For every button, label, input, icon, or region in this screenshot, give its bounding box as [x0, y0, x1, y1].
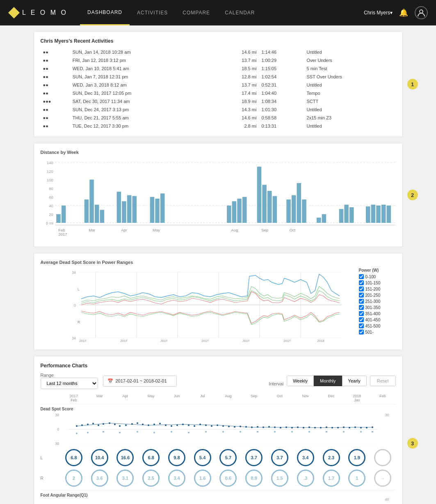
circle-R-item: 3.6: [91, 470, 108, 487]
timeline-month: Oct: [267, 394, 293, 402]
activity-row[interactable]: ●● SUN, Dec 31, 2017 12:05 pm 17.4 mi 1:…: [41, 89, 396, 97]
circle-badge: 1.9: [348, 449, 365, 466]
circle-badge: --: [374, 470, 391, 487]
logo[interactable]: L E O M O: [8, 7, 68, 18]
nav-right: Chris Myers▾ 🔔: [364, 6, 428, 19]
activity-date: SUN, Jan 7, 2018 12:31 pm: [70, 73, 215, 81]
section-badge-2: 2: [407, 190, 418, 200]
activity-row[interactable]: ●● WED, Jan 3, 2018 8:12 am 13.7 mi 0:52…: [41, 81, 396, 89]
activity-row[interactable]: ●● SUN, Jan 7, 2018 12:31 pm 12.8 mi 1:0…: [41, 73, 396, 81]
timeline-month: Dec: [318, 394, 344, 402]
activity-date: SUN, Jan 14, 2018 10:28 am: [70, 48, 215, 56]
recent-activities-card: Chris Myers's Recent Activities ●● SUN, …: [34, 31, 403, 137]
legend-item[interactable]: 401-450: [359, 317, 396, 322]
circle-badge: 9.8: [168, 449, 185, 466]
legend-item[interactable]: 501-: [359, 330, 396, 334]
activity-name: Untitled: [304, 122, 396, 130]
activity-row[interactable]: ●●● SAT, Dec 30, 2017 11:34 am 18.9 mi 1…: [41, 97, 396, 105]
svg-text:80: 80: [49, 186, 53, 191]
legend-item[interactable]: 201-250: [359, 293, 396, 298]
svg-point-157: [360, 431, 362, 433]
svg-point-91: [98, 424, 99, 426]
svg-point-146: [171, 431, 172, 433]
legend-item[interactable]: 151-200: [359, 286, 396, 291]
circle-badge: 6.8: [65, 449, 82, 466]
circle-R-item: 1: [348, 470, 365, 487]
interval-monthly[interactable]: Monthly: [314, 376, 342, 386]
legend-item[interactable]: 251-300: [359, 299, 396, 304]
activity-row[interactable]: ●● WED, Jan 10, 2018 5:41 am 18.5 mi 1:1…: [41, 64, 396, 73]
timeline-month: Sep: [241, 394, 267, 402]
activity-row[interactable]: ●● THU, Dec 21, 2017 5:55 am 14.6 mi 0:5…: [41, 114, 396, 122]
activity-time: 1:08:34: [259, 97, 304, 105]
user-menu[interactable]: Chris Myers▾: [364, 10, 393, 16]
activity-row[interactable]: ●● SUN, Dec 24, 2017 3:13 pm 14.3 mi 1:0…: [41, 105, 396, 114]
circle-badge: 6.8: [142, 449, 160, 466]
svg-point-102: [159, 423, 161, 424]
R-label: R: [41, 476, 61, 481]
activity-table: ●● SUN, Jan 14, 2018 10:28 am 14.6 mi 1:…: [41, 48, 396, 130]
legend-item[interactable]: 0-100: [359, 274, 396, 279]
nav-calendar[interactable]: CALENDAR: [217, 0, 262, 25]
circles-L-row: L 6.810.416.66.89.85.45.73.73.73.42.31.9: [41, 449, 396, 466]
svg-rect-13: [61, 206, 66, 223]
svg-point-94: [114, 424, 116, 425]
avatar[interactable]: [415, 6, 428, 19]
activity-name: 2x15 min Z3: [304, 114, 396, 122]
legend-item[interactable]: 301-350: [359, 305, 396, 310]
svg-rect-45: [381, 205, 386, 223]
reset-button[interactable]: Reset: [370, 376, 396, 386]
svg-point-96: [125, 424, 127, 426]
svg-rect-16: [94, 205, 99, 223]
bell-icon[interactable]: 🔔: [399, 8, 408, 17]
svg-rect-30: [262, 185, 267, 223]
activity-distance: 13.7 mi: [215, 56, 259, 64]
circles-L: 6.810.416.66.89.85.45.73.73.73.42.31.9: [61, 449, 396, 466]
svg-point-150: [240, 431, 241, 433]
svg-rect-12: [56, 214, 61, 223]
legend-item[interactable]: 451-500: [359, 323, 396, 328]
nav-activities[interactable]: ACTIVITIES: [130, 0, 175, 25]
svg-point-141: [87, 432, 89, 433]
svg-point-140: [76, 433, 78, 434]
range-select[interactable]: Last 2 months Last 3 months Last 6 month…: [41, 378, 98, 389]
activity-date: THU, Dec 21, 2017 5:55 am: [70, 114, 215, 122]
activity-date: SUN, Dec 24, 2017 3:13 pm: [70, 105, 215, 114]
activity-distance: 2.8 mi: [215, 122, 259, 130]
nav-dashboard[interactable]: DASHBOARD: [80, 0, 130, 25]
timeline-month: Jul: [189, 394, 215, 402]
interval-weekly[interactable]: Weekly: [287, 376, 314, 386]
svg-text:2017: 2017: [283, 339, 291, 342]
circle-L-item: 5.7: [219, 449, 237, 466]
activity-row[interactable]: ●● TUE, Dec 12, 2017 3:30 pm 2.8 mi 0:13…: [41, 122, 396, 130]
svg-point-142: [103, 431, 104, 433]
foot-angular-y: 40: [383, 497, 396, 504]
activity-time: 1:01:30: [259, 105, 304, 114]
circle-R-item: 0.6: [219, 470, 237, 487]
activity-row[interactable]: ●● FRI, Jan 12, 2018 3:12 pm 13.7 mi 1:0…: [41, 56, 396, 64]
circle-badge: 2.3: [323, 449, 340, 466]
circle-L-item: [374, 449, 391, 466]
svg-point-108: [194, 425, 195, 427]
distance-chart-area: 140 120 100 80 60 40 20 0 mi: [41, 158, 396, 240]
circle-badge: 3.4: [168, 470, 185, 487]
svg-text:0: 0: [73, 303, 75, 307]
svg-point-144: [137, 431, 138, 433]
activity-row[interactable]: ●● SUN, Jan 14, 2018 10:28 am 14.6 mi 1:…: [41, 48, 396, 56]
interval-yearly[interactable]: Yearly: [342, 376, 367, 386]
legend-item[interactable]: 351-400: [359, 311, 396, 316]
activity-date: WED, Jan 3, 2018 8:12 am: [70, 81, 215, 89]
circle-L-item: 6.8: [65, 449, 82, 466]
svg-text:40: 40: [49, 204, 53, 208]
activity-name: SST Over Unders: [304, 73, 396, 81]
legend-item[interactable]: 101-150: [359, 280, 396, 285]
circle-badge: 1.6: [194, 470, 211, 487]
nav-compare[interactable]: COMPARE: [175, 0, 217, 25]
dss-right-label: 30: [383, 413, 396, 446]
activity-time: 0:58:58: [259, 114, 304, 122]
section-badge-1: 1: [407, 79, 418, 89]
circle-badge: 3.7: [271, 449, 288, 466]
svg-point-151: [257, 431, 258, 433]
circle-R-item: .3: [297, 470, 314, 487]
svg-text:60: 60: [49, 195, 53, 199]
